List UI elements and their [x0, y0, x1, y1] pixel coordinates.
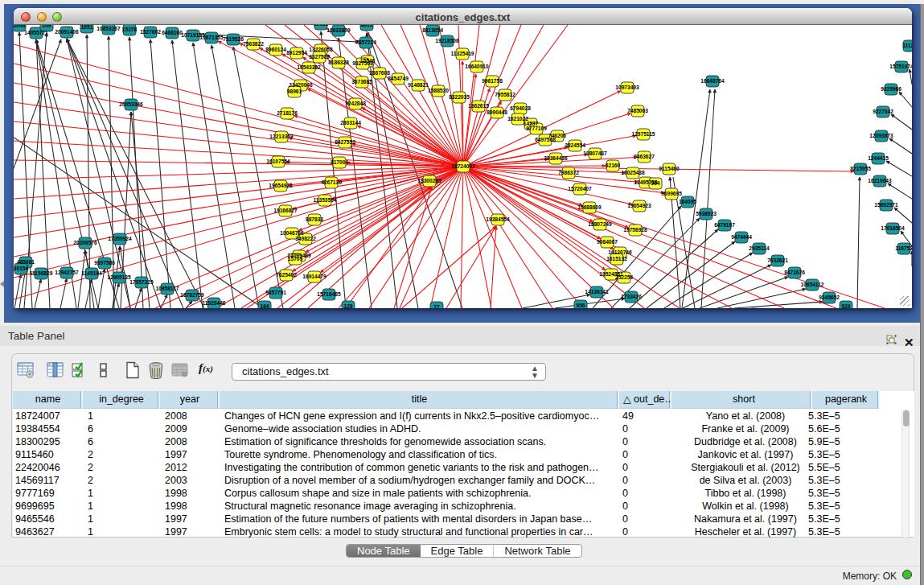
svg-text:6794028: 6794028 — [510, 105, 531, 111]
svg-text:8912954: 8912954 — [286, 50, 307, 56]
svg-text:17359924: 17359924 — [108, 236, 132, 241]
svg-text:924: 924 — [841, 303, 850, 308]
svg-text:1615132: 1615132 — [606, 256, 627, 262]
svg-text:2718176: 2718176 — [277, 110, 298, 116]
svg-text:18300295: 18300295 — [417, 178, 441, 183]
svg-text:77: 77 — [433, 304, 440, 308]
svg-text:14055721: 14055721 — [24, 30, 48, 35]
svg-text:8186328: 8186328 — [328, 60, 349, 65]
svg-text:10688609: 10688609 — [577, 204, 602, 210]
svg-text:15720407: 15720407 — [568, 186, 592, 192]
svg-text:11156829: 11156829 — [30, 270, 53, 276]
svg-text:9327509: 9327509 — [309, 54, 330, 60]
svg-text:20364436: 20364436 — [544, 155, 568, 161]
svg-text:15709: 15709 — [288, 256, 303, 262]
svg-text:10807487: 10807487 — [583, 150, 607, 156]
svg-text:7563822: 7563822 — [243, 41, 264, 47]
svg-text:14136141: 14136141 — [585, 289, 609, 295]
svg-text:11923446: 11923446 — [203, 300, 226, 306]
svg-text:7986372: 7986372 — [558, 170, 579, 175]
svg-text:129: 129 — [343, 303, 352, 308]
svg-text:17016504: 17016504 — [881, 225, 905, 231]
svg-text:15751074: 15751074 — [889, 64, 912, 69]
svg-text:19166827: 19166827 — [273, 208, 298, 213]
svg-text:16640910: 16640910 — [465, 64, 489, 69]
svg-text:16210643: 16210643 — [868, 178, 892, 183]
svg-text:10973493: 10973493 — [615, 84, 639, 90]
svg-text:9777109: 9777109 — [526, 126, 547, 131]
svg-text:16648764: 16648764 — [700, 78, 725, 84]
svg-text:10046786: 10046786 — [280, 230, 304, 236]
svg-text:19033: 19033 — [314, 25, 329, 27]
svg-text:12905135: 12905135 — [107, 274, 131, 280]
svg-text:9242848: 9242848 — [345, 101, 366, 106]
svg-text:13226058: 13226058 — [309, 47, 333, 52]
svg-text:8990448: 8990448 — [487, 109, 507, 115]
svg-text:7857224: 7857224 — [355, 39, 376, 45]
svg-text:16543382: 16543382 — [297, 64, 321, 70]
svg-text:16671355: 16671355 — [199, 35, 224, 40]
svg-text:164: 164 — [260, 303, 269, 308]
svg-text:7955812: 7955812 — [495, 92, 515, 97]
svg-text:18724007: 18724007 — [451, 163, 475, 169]
svg-text:9327508: 9327508 — [352, 60, 373, 66]
svg-text:2803144: 2803144 — [340, 120, 361, 126]
svg-text:164095: 164095 — [679, 199, 696, 204]
svg-text:956: 956 — [576, 303, 585, 308]
svg-text:3824554: 3824554 — [565, 142, 585, 148]
svg-text:10958117: 10958117 — [156, 286, 179, 291]
svg-text:11325419: 11325419 — [451, 51, 474, 56]
svg-text:2867608: 2867608 — [369, 70, 390, 76]
svg-text:16033809: 16033809 — [326, 27, 351, 33]
svg-text:9397586: 9397586 — [94, 260, 115, 266]
svg-text:1733426: 1733426 — [621, 294, 642, 299]
svg-text:1145194: 1145194 — [81, 270, 102, 276]
svg-text:19756928: 19756928 — [623, 227, 647, 233]
svg-text:8960124: 8960124 — [265, 47, 286, 52]
svg-text:7625402: 7625402 — [276, 272, 297, 278]
svg-text:15716485: 15716485 — [317, 291, 341, 297]
svg-text:9329966: 9329966 — [881, 86, 901, 92]
svg-text:8454749: 8454749 — [388, 76, 409, 81]
svg-text:7515526: 7515526 — [223, 36, 244, 42]
svg-text:1362615: 1362615 — [468, 103, 489, 109]
svg-text:12942757: 12942757 — [55, 270, 79, 275]
svg-text:485081: 485081 — [17, 259, 35, 265]
svg-text:62160: 62160 — [606, 163, 621, 168]
svg-text:8322035: 8322035 — [449, 94, 470, 100]
svg-text:9463627: 9463627 — [634, 154, 655, 159]
svg-text:12093873: 12093873 — [869, 133, 893, 138]
svg-text:9084067: 9084067 — [597, 239, 618, 245]
svg-text:116753: 116753 — [895, 245, 912, 251]
svg-text:23420046: 23420046 — [289, 82, 313, 88]
svg-text:6466160: 6466160 — [162, 30, 183, 35]
svg-text:9457791: 9457791 — [265, 290, 286, 295]
svg-text:98961: 98961 — [287, 89, 302, 94]
svg-text:8813054: 8813054 — [422, 27, 443, 33]
svg-text:9245652: 9245652 — [819, 295, 840, 300]
svg-text:8813: 8813 — [361, 25, 373, 27]
svg-text:9115460: 9115460 — [659, 166, 680, 171]
svg-text:7632621: 7632621 — [767, 257, 788, 263]
svg-text:16107554: 16107554 — [266, 159, 290, 164]
svg-text:20206576: 20206576 — [73, 240, 97, 245]
svg-text:20091406: 20091406 — [55, 29, 79, 35]
svg-text:16914479: 16914479 — [302, 274, 326, 279]
svg-text:18807249: 18807249 — [588, 221, 612, 227]
svg-text:3498222: 3498222 — [295, 236, 316, 241]
svg-text:8427552: 8427552 — [335, 139, 355, 145]
svg-text:3673685: 3673685 — [351, 79, 372, 84]
svg-text:1588520: 1588520 — [428, 88, 449, 93]
svg-text:817004: 817004 — [331, 159, 348, 165]
svg-text:11125: 11125 — [902, 43, 912, 48]
svg-text:8471676: 8471676 — [784, 270, 805, 275]
svg-text:16120746: 16120746 — [608, 249, 632, 255]
svg-text:9227342: 9227342 — [873, 109, 893, 114]
svg-text:6497568: 6497568 — [535, 137, 556, 142]
svg-text:39154: 39154 — [14, 266, 28, 271]
svg-text:20053346: 20053346 — [119, 101, 143, 107]
svg-text:17957225: 17957225 — [129, 279, 154, 285]
svg-text:9474444: 9474444 — [731, 234, 752, 240]
svg-text:887833: 887833 — [306, 216, 323, 222]
svg-text:10853267: 10853267 — [97, 26, 121, 31]
